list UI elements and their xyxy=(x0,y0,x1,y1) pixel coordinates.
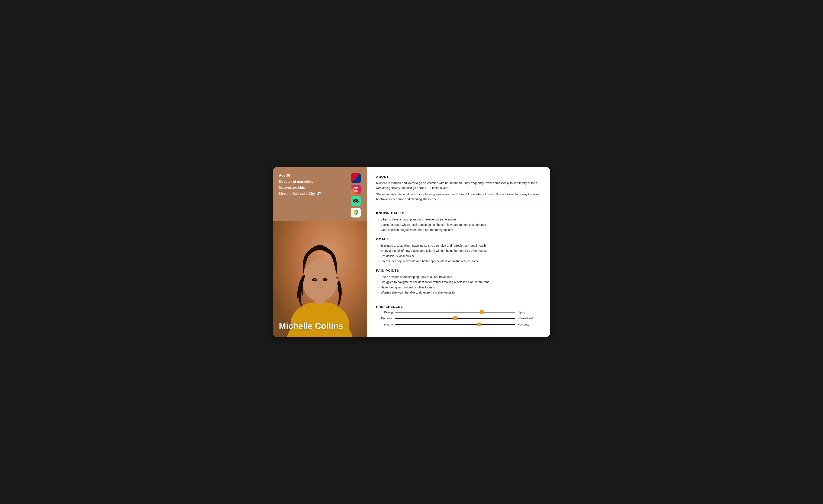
location-label: Lives in Salt Lake City, UT xyxy=(279,192,348,196)
list-item: Escape her day-to-day life and better ap… xyxy=(381,259,541,264)
list-item: Struggles to navigate at her destination… xyxy=(381,279,541,285)
list-item: Eat delicious local cuisine xyxy=(381,253,541,259)
preferences-title: PREFERENCES xyxy=(376,305,541,308)
list-item: Hates being surrounded by other tourists xyxy=(381,285,541,290)
pref-left-driving: Driving xyxy=(376,311,395,314)
about-para2: She often feels overwhelmed when plannin… xyxy=(376,192,541,202)
svg-point-17 xyxy=(323,278,327,282)
pref-left-domestic: Domestic xyxy=(376,317,395,320)
pref-right-flying: Flying xyxy=(515,311,541,314)
pref-thumb-itinerary[interactable] xyxy=(477,322,481,326)
app-icons xyxy=(351,173,361,218)
pain-title: PAIN POINTS xyxy=(376,269,541,272)
about-para1: Michelle is married and loves to go on v… xyxy=(376,181,541,190)
status-label: Married, no kids xyxy=(279,185,348,190)
pref-rows: Driving Flying Domestic International xyxy=(376,311,541,326)
svg-point-12 xyxy=(355,211,356,212)
pain-section: PAIN POINTS Feels anxious about keeping … xyxy=(376,269,541,295)
woman-illustration xyxy=(273,221,367,336)
pref-track-itinerary xyxy=(395,324,515,325)
profile-info: Age 38 Director of marketing Married, no… xyxy=(279,173,348,198)
pref-row-domestic: Domestic International xyxy=(376,317,541,320)
preferences-section: PREFERENCES Driving Flying Domestic In xyxy=(376,305,541,326)
pref-track-domestic xyxy=(395,318,515,319)
goals-section: GOALS Eliminate anxiety when traveling s… xyxy=(376,237,541,264)
left-top: Age 38 Director of marketing Married, no… xyxy=(273,167,367,221)
right-panel: ABOUT Michelle is married and loves to g… xyxy=(367,167,550,336)
svg-point-9 xyxy=(354,201,355,202)
list-item: Looks for spots where local people go so… xyxy=(381,222,541,228)
role-label: Director of marketing xyxy=(279,179,348,184)
pref-left-itinerary: Itinerary xyxy=(376,323,395,326)
list-item: Likes to have a rough plan but is flexib… xyxy=(381,217,541,222)
pain-list: Feels anxious about keeping track of all… xyxy=(376,274,541,295)
svg-point-4 xyxy=(357,188,357,189)
pref-thumb-driving[interactable] xyxy=(480,310,484,314)
persona-card: Age 38 Director of marketing Married, no… xyxy=(273,167,550,336)
about-title: ABOUT xyxy=(376,175,541,179)
list-item: Gets decision fatigue when there are too… xyxy=(381,227,541,233)
instagram-icon xyxy=(351,185,361,195)
pref-right-international: International xyxy=(515,317,541,320)
photo-area: Michelle Collins xyxy=(273,221,367,336)
pref-row-driving: Driving Flying xyxy=(376,311,541,314)
svg-point-10 xyxy=(357,201,357,202)
maps-icon xyxy=(351,208,361,218)
pref-right-flexibility: Flexibility xyxy=(515,323,541,326)
pref-thumb-domestic[interactable] xyxy=(453,316,457,320)
list-item: Feels anxious about keeping track of all… xyxy=(381,274,541,280)
about-section: ABOUT Michelle is married and loves to g… xyxy=(376,175,541,202)
pref-row-itinerary: Itinerary Flexibility xyxy=(376,323,541,326)
age-label: Age 38 xyxy=(279,173,348,178)
pref-track-driving xyxy=(395,312,515,312)
habits-title: KNOWN HABITS xyxy=(376,211,541,215)
svg-point-18 xyxy=(314,279,316,281)
left-panel: Age 38 Director of marketing Married, no… xyxy=(273,167,367,336)
goals-list: Eliminate anxiety when traveling so she … xyxy=(376,243,541,264)
goals-title: GOALS xyxy=(376,237,541,241)
svg-point-3 xyxy=(355,189,357,191)
list-item: Worries she won't be able to do everythi… xyxy=(381,290,541,295)
profile-name: Michelle Collins xyxy=(279,321,343,330)
tripadvisor-icon xyxy=(351,196,361,206)
delta-icon xyxy=(351,173,361,183)
list-item: Enjoy a trip full of new places and cult… xyxy=(381,248,541,253)
list-item: Eliminate anxiety when traveling so she … xyxy=(381,243,541,248)
habits-list: Likes to have a rough plan but is flexib… xyxy=(376,217,541,233)
name-overlay: Michelle Collins xyxy=(279,321,361,331)
habits-section: KNOWN HABITS Likes to have a rough plan … xyxy=(376,211,541,233)
